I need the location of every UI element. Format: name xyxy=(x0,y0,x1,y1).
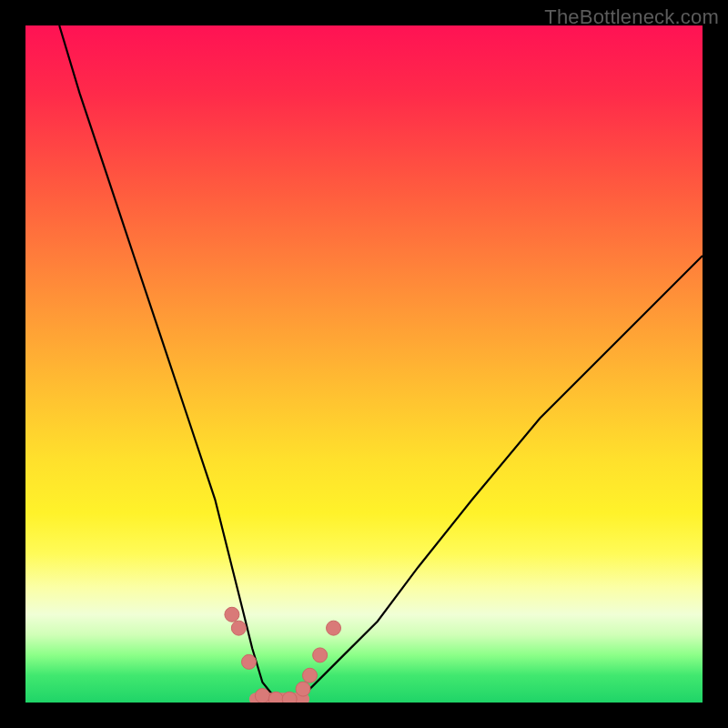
watermark-text: TheBottleneck.com xyxy=(544,5,719,29)
marker-dot xyxy=(231,621,246,635)
plot-area xyxy=(25,25,703,703)
marker-dot xyxy=(296,682,310,696)
bottleneck-curve xyxy=(59,25,703,699)
marker-dot xyxy=(225,607,239,622)
marker-group xyxy=(225,607,341,703)
chart-frame: TheBottleneck.com xyxy=(0,0,728,728)
marker-dot xyxy=(268,692,283,703)
curve-layer xyxy=(25,25,703,703)
marker-dot xyxy=(255,689,269,703)
marker-dot xyxy=(242,654,257,669)
marker-dot xyxy=(313,648,328,662)
marker-dot xyxy=(302,668,317,682)
marker-dot xyxy=(327,621,341,635)
marker-dot xyxy=(282,692,297,703)
